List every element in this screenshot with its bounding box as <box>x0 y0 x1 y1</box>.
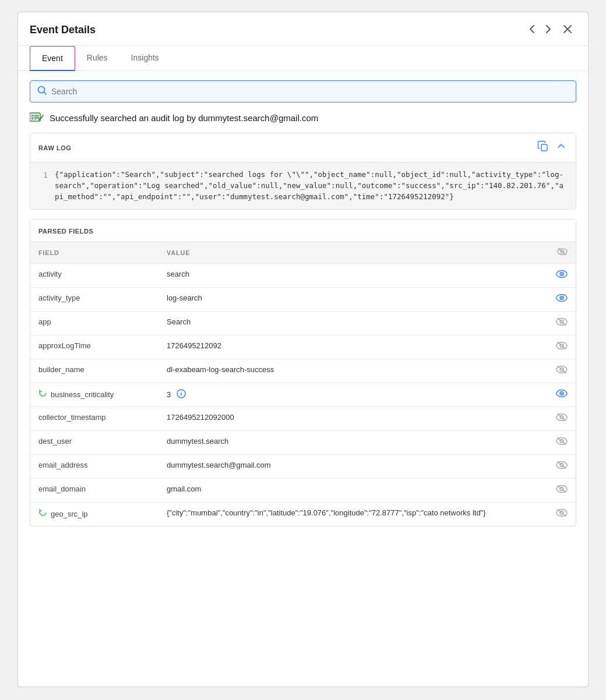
field-label: email_domain <box>38 485 86 493</box>
collapse-button[interactable] <box>555 140 568 155</box>
field-name-cell: activity_type <box>30 288 158 312</box>
svg-line-21 <box>558 319 566 326</box>
field-name-cell: geo_src_ip <box>30 503 158 526</box>
field-value: log-search <box>167 294 202 302</box>
visibility-cell[interactable] <box>548 359 576 383</box>
field-label: collector_timestamp <box>38 413 106 422</box>
field-label: approxLogTime <box>38 341 91 350</box>
eye-slash-icon[interactable] <box>556 341 568 352</box>
field-label: geo_src_ip <box>51 510 88 518</box>
search-bar[interactable] <box>30 80 576 102</box>
field-label: activity <box>38 270 62 278</box>
visibility-cell[interactable] <box>548 335 576 359</box>
visibility-cell[interactable] <box>548 312 576 335</box>
search-input[interactable] <box>51 87 569 96</box>
svg-line-1 <box>44 92 46 94</box>
eye-icon[interactable] <box>556 389 568 400</box>
field-value: 3 <box>167 390 171 399</box>
event-title-row: Successfully searched an audit log by du… <box>30 112 576 123</box>
visibility-cell[interactable] <box>548 383 576 407</box>
svg-point-33 <box>561 393 563 394</box>
visibility-cell[interactable] <box>548 288 576 312</box>
svg-line-24 <box>558 342 566 349</box>
visibility-cell[interactable] <box>548 407 576 431</box>
table-row: collector_timestamp1726495212092000 <box>30 407 576 431</box>
close-button[interactable] <box>559 22 576 38</box>
eye-slash-icon[interactable] <box>556 485 568 496</box>
visibility-cell[interactable] <box>548 503 576 526</box>
svg-line-36 <box>558 414 566 421</box>
visibility-cell[interactable] <box>548 264 576 288</box>
tab-event[interactable]: Event <box>30 46 75 71</box>
field-label: activity_type <box>38 294 80 302</box>
raw-log-label: RAW LOG <box>38 144 71 151</box>
col-value: VALUE <box>158 242 548 264</box>
field-name-cell: email_address <box>30 455 158 479</box>
field-value: gmail.com <box>167 485 201 493</box>
tab-insights[interactable]: Insights <box>119 46 171 71</box>
table-row: appSearch <box>30 312 576 335</box>
field-value-cell: log-search <box>158 288 548 312</box>
svg-line-12 <box>559 249 566 255</box>
raw-log-body: 1 {"application":"Search","subject":"sea… <box>30 162 576 209</box>
prev-button[interactable] <box>526 23 538 38</box>
svg-rect-9 <box>541 144 547 151</box>
eye-icon[interactable] <box>556 294 568 305</box>
table-row: dest_userdummytest.search <box>30 431 576 455</box>
col-field: FIELD <box>30 242 158 264</box>
visibility-cell[interactable] <box>548 479 576 503</box>
field-value: 1726495212092000 <box>167 413 234 422</box>
copy-button[interactable] <box>536 139 550 156</box>
panel-body: Successfully searched an audit log by du… <box>18 71 588 687</box>
event-icon <box>30 112 44 123</box>
header-nav <box>526 22 576 38</box>
field-value-cell: search <box>158 264 548 288</box>
event-details-panel: Event Details Event Rule <box>17 12 589 687</box>
eye-slash-icon[interactable] <box>556 508 568 519</box>
field-value-cell: gmail.com <box>158 479 548 503</box>
field-name-cell: approxLogTime <box>30 335 158 359</box>
next-button[interactable] <box>542 23 554 38</box>
field-value: 1726495212092 <box>167 341 221 350</box>
field-label: email_address <box>38 461 88 469</box>
eye-header-icon <box>557 247 568 258</box>
fields-table: FIELD VALUE <box>30 242 576 526</box>
field-name-cell: activity <box>30 264 158 288</box>
svg-point-15 <box>561 273 563 275</box>
eye-icon[interactable] <box>556 270 568 281</box>
svg-point-30 <box>181 391 182 393</box>
table-row: geo_src_ip{"city":"mumbai","country":"in… <box>30 503 576 526</box>
field-value-cell: 1726495212092000 <box>158 407 548 431</box>
line-number: 1 <box>38 169 48 202</box>
refresh-icon <box>38 389 47 400</box>
tab-rules[interactable]: Rules <box>75 46 119 71</box>
field-value: search <box>167 270 189 278</box>
field-value-cell: {"city":"mumbai","country":"in","latitud… <box>158 503 548 526</box>
eye-slash-icon[interactable] <box>556 365 568 376</box>
raw-log-header: RAW LOG <box>30 133 576 162</box>
table-row: activitysearch <box>30 264 576 288</box>
field-value-cell: Search <box>158 312 548 335</box>
table-row: activity_typelog-search <box>30 288 576 312</box>
svg-line-48 <box>558 510 566 517</box>
field-value: dummytest.search <box>167 437 228 446</box>
raw-log-section: RAW LOG 1 { <box>30 133 576 210</box>
field-name-cell: dest_user <box>30 431 158 455</box>
svg-line-45 <box>558 486 566 493</box>
search-icon <box>37 86 47 97</box>
raw-log-actions <box>536 139 568 156</box>
eye-slash-icon[interactable] <box>556 461 568 472</box>
visibility-cell[interactable] <box>548 431 576 455</box>
table-header-row: FIELD VALUE <box>30 242 576 264</box>
eye-slash-icon[interactable] <box>556 437 568 448</box>
visibility-cell[interactable] <box>548 455 576 479</box>
svg-line-39 <box>558 438 566 445</box>
svg-point-18 <box>561 297 563 299</box>
eye-slash-icon[interactable] <box>556 317 568 328</box>
col-visibility <box>548 242 576 264</box>
field-value: dummytest.search@gmail.com <box>167 461 271 469</box>
panel-header: Event Details <box>18 12 588 46</box>
parsed-fields-section: PARSED FIELDS FIELD VALUE <box>30 219 576 526</box>
eye-slash-icon[interactable] <box>556 413 568 424</box>
field-name-cell: business_criticality <box>30 383 158 407</box>
